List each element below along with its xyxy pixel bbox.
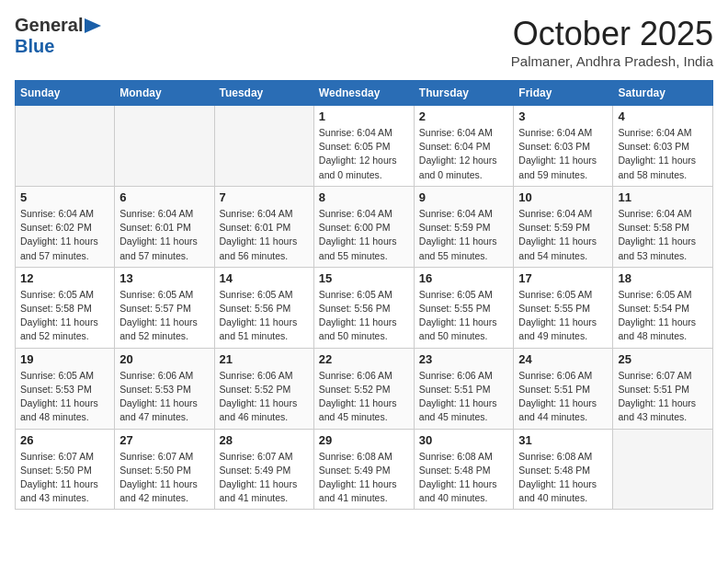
logo-arrow-icon [85, 18, 101, 33]
col-header-wednesday: Wednesday [313, 81, 414, 106]
day-number: 7 [220, 190, 309, 204]
week-row-5: 26Sunrise: 6:07 AMSunset: 5:50 PMDayligh… [16, 429, 713, 510]
day-info: Sunrise: 6:04 AMSunset: 6:01 PMDaylight:… [220, 207, 309, 263]
calendar-cell: 20Sunrise: 6:06 AMSunset: 5:53 PMDayligh… [115, 348, 214, 429]
day-number: 10 [518, 190, 608, 204]
title-block: October 2025 Palmaner, Andhra Pradesh, I… [511, 15, 713, 69]
day-number: 22 [319, 352, 409, 366]
calendar-cell: 25Sunrise: 6:07 AMSunset: 5:51 PMDayligh… [613, 348, 713, 429]
calendar-cell: 6Sunrise: 6:04 AMSunset: 6:01 PMDaylight… [115, 186, 214, 267]
header-row: SundayMondayTuesdayWednesdayThursdayFrid… [16, 81, 713, 106]
day-number: 18 [618, 271, 708, 285]
day-info: Sunrise: 6:06 AMSunset: 5:51 PMDaylight:… [518, 369, 608, 425]
day-info: Sunrise: 6:07 AMSunset: 5:49 PMDaylight:… [220, 450, 309, 506]
calendar-cell: 1Sunrise: 6:04 AMSunset: 6:05 PMDaylight… [313, 106, 414, 187]
day-info: Sunrise: 6:05 AMSunset: 5:57 PMDaylight:… [119, 288, 209, 344]
calendar-cell: 3Sunrise: 6:04 AMSunset: 6:03 PMDaylight… [514, 106, 613, 187]
day-info: Sunrise: 6:08 AMSunset: 5:49 PMDaylight:… [319, 450, 409, 506]
logo-text: General [15, 15, 83, 36]
day-number: 6 [119, 190, 209, 204]
calendar-cell: 10Sunrise: 6:04 AMSunset: 5:59 PMDayligh… [514, 186, 613, 267]
calendar-cell: 17Sunrise: 6:05 AMSunset: 5:55 PMDayligh… [514, 267, 613, 348]
day-info: Sunrise: 6:08 AMSunset: 5:48 PMDaylight:… [419, 450, 509, 506]
calendar-cell: 2Sunrise: 6:04 AMSunset: 6:04 PMDaylight… [414, 106, 514, 187]
day-number: 16 [419, 271, 509, 285]
day-number: 3 [518, 109, 608, 123]
day-info: Sunrise: 6:07 AMSunset: 5:51 PMDaylight:… [618, 369, 708, 425]
day-number: 28 [220, 433, 309, 447]
day-info: Sunrise: 6:08 AMSunset: 5:48 PMDaylight:… [518, 450, 608, 506]
day-info: Sunrise: 6:04 AMSunset: 6:03 PMDaylight:… [518, 126, 608, 182]
day-number: 31 [518, 433, 608, 447]
day-number: 2 [419, 109, 509, 123]
day-info: Sunrise: 6:06 AMSunset: 5:51 PMDaylight:… [419, 369, 509, 425]
calendar-cell: 28Sunrise: 6:07 AMSunset: 5:49 PMDayligh… [214, 429, 313, 510]
day-info: Sunrise: 6:04 AMSunset: 6:02 PMDaylight:… [20, 207, 109, 263]
day-number: 8 [319, 190, 409, 204]
logo: General Blue [15, 15, 101, 57]
calendar-cell: 11Sunrise: 6:04 AMSunset: 5:58 PMDayligh… [613, 186, 713, 267]
calendar-cell: 24Sunrise: 6:06 AMSunset: 5:51 PMDayligh… [514, 348, 613, 429]
calendar-cell: 7Sunrise: 6:04 AMSunset: 6:01 PMDaylight… [214, 186, 313, 267]
col-header-sunday: Sunday [16, 81, 115, 106]
col-header-tuesday: Tuesday [214, 81, 313, 106]
day-number: 29 [319, 433, 409, 447]
calendar-cell: 15Sunrise: 6:05 AMSunset: 5:56 PMDayligh… [313, 267, 414, 348]
day-number: 14 [220, 271, 309, 285]
day-info: Sunrise: 6:05 AMSunset: 5:53 PMDaylight:… [20, 369, 109, 425]
day-info: Sunrise: 6:04 AMSunset: 6:05 PMDaylight:… [319, 126, 409, 182]
calendar-cell: 29Sunrise: 6:08 AMSunset: 5:49 PMDayligh… [313, 429, 414, 510]
calendar-cell: 26Sunrise: 6:07 AMSunset: 5:50 PMDayligh… [16, 429, 115, 510]
calendar-cell [115, 106, 214, 187]
day-number: 15 [319, 271, 409, 285]
day-number: 1 [319, 109, 409, 123]
day-info: Sunrise: 6:04 AMSunset: 5:59 PMDaylight:… [419, 207, 509, 263]
calendar-cell: 9Sunrise: 6:04 AMSunset: 5:59 PMDaylight… [414, 186, 514, 267]
day-info: Sunrise: 6:06 AMSunset: 5:52 PMDaylight:… [220, 369, 309, 425]
col-header-thursday: Thursday [414, 81, 514, 106]
day-info: Sunrise: 6:04 AMSunset: 6:00 PMDaylight:… [319, 207, 409, 263]
day-number: 26 [20, 433, 109, 447]
day-info: Sunrise: 6:07 AMSunset: 5:50 PMDaylight:… [20, 450, 109, 506]
day-number: 11 [618, 190, 708, 204]
day-number: 9 [419, 190, 509, 204]
calendar-cell: 16Sunrise: 6:05 AMSunset: 5:55 PMDayligh… [414, 267, 514, 348]
day-number: 21 [220, 352, 309, 366]
day-number: 23 [419, 352, 509, 366]
week-row-4: 19Sunrise: 6:05 AMSunset: 5:53 PMDayligh… [16, 348, 713, 429]
calendar-cell: 4Sunrise: 6:04 AMSunset: 6:03 PMDaylight… [613, 106, 713, 187]
day-number: 19 [20, 352, 109, 366]
day-info: Sunrise: 6:06 AMSunset: 5:52 PMDaylight:… [319, 369, 409, 425]
day-number: 25 [618, 352, 708, 366]
day-number: 5 [20, 190, 109, 204]
day-number: 27 [119, 433, 209, 447]
day-info: Sunrise: 6:04 AMSunset: 5:58 PMDaylight:… [618, 207, 708, 263]
calendar-cell: 19Sunrise: 6:05 AMSunset: 5:53 PMDayligh… [16, 348, 115, 429]
day-info: Sunrise: 6:05 AMSunset: 5:58 PMDaylight:… [20, 288, 109, 344]
day-info: Sunrise: 6:05 AMSunset: 5:56 PMDaylight:… [319, 288, 409, 344]
day-number: 4 [618, 109, 708, 123]
calendar-cell: 14Sunrise: 6:05 AMSunset: 5:56 PMDayligh… [214, 267, 313, 348]
day-number: 12 [20, 271, 109, 285]
day-number: 24 [518, 352, 608, 366]
week-row-1: 1Sunrise: 6:04 AMSunset: 6:05 PMDaylight… [16, 106, 713, 187]
day-number: 30 [419, 433, 509, 447]
calendar-table: SundayMondayTuesdayWednesdayThursdayFrid… [15, 80, 713, 510]
calendar-cell [613, 429, 713, 510]
calendar-cell: 30Sunrise: 6:08 AMSunset: 5:48 PMDayligh… [414, 429, 514, 510]
day-info: Sunrise: 6:06 AMSunset: 5:53 PMDaylight:… [119, 369, 209, 425]
day-info: Sunrise: 6:04 AMSunset: 5:59 PMDaylight:… [518, 207, 608, 263]
month-title: October 2025 [511, 15, 713, 53]
col-header-monday: Monday [115, 81, 214, 106]
col-header-saturday: Saturday [613, 81, 713, 106]
calendar-cell: 8Sunrise: 6:04 AMSunset: 6:00 PMDaylight… [313, 186, 414, 267]
calendar-cell: 12Sunrise: 6:05 AMSunset: 5:58 PMDayligh… [16, 267, 115, 348]
page-header: General Blue October 2025 Palmaner, Andh… [15, 15, 713, 69]
day-info: Sunrise: 6:05 AMSunset: 5:55 PMDaylight:… [518, 288, 608, 344]
calendar-cell: 5Sunrise: 6:04 AMSunset: 6:02 PMDaylight… [16, 186, 115, 267]
calendar-cell [16, 106, 115, 187]
day-number: 17 [518, 271, 608, 285]
day-info: Sunrise: 6:05 AMSunset: 5:54 PMDaylight:… [618, 288, 708, 344]
calendar-cell: 18Sunrise: 6:05 AMSunset: 5:54 PMDayligh… [613, 267, 713, 348]
week-row-3: 12Sunrise: 6:05 AMSunset: 5:58 PMDayligh… [16, 267, 713, 348]
